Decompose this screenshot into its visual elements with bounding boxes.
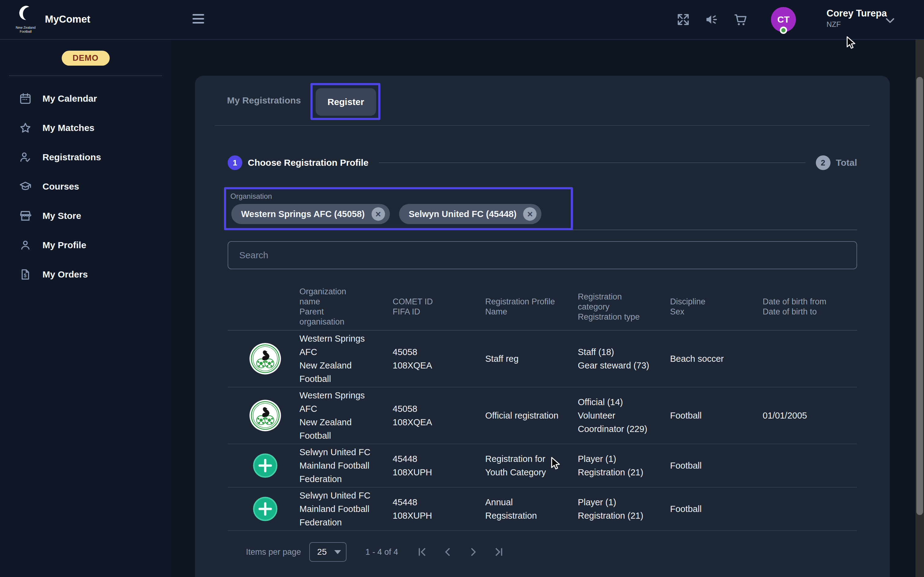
cell-discipline: Football <box>670 459 750 472</box>
club-crest-icon <box>228 399 287 432</box>
sidebar-item-label: My Orders <box>42 269 88 280</box>
sidebar-item-courses[interactable]: Courses <box>0 172 171 201</box>
main-content: My Registrations Register 1 Choose Regis… <box>171 40 924 577</box>
header-cell-ids: COMET IDFIFA ID <box>393 297 473 317</box>
sidebar-item-label: My Calendar <box>42 93 97 104</box>
club-crest-icon <box>228 342 287 375</box>
cell-discipline: Football <box>670 409 750 422</box>
next-page-button[interactable] <box>467 546 480 558</box>
table-header: Organization nameParent organisationCOME… <box>228 285 857 330</box>
search-input[interactable] <box>228 242 856 269</box>
tab-my-registrations[interactable]: My Registrations <box>215 95 313 106</box>
fullscreen-icon[interactable] <box>676 12 691 27</box>
person-icon <box>19 239 32 251</box>
sidebar: DEMO My CalendarMy MatchesRegistrationsC… <box>0 40 171 577</box>
cell-ids: 45058108XQEA <box>393 345 473 372</box>
top-bar: New ZealandFootball MyComet CT Corey Tur… <box>0 0 924 40</box>
search-box <box>228 241 857 269</box>
cell-category: Official (14)Volunteer Coordinator (229) <box>578 395 658 436</box>
step-2-circle: 2 <box>816 155 830 170</box>
calendar-icon <box>19 92 32 105</box>
organisation-field: Organisation Western Springs AFC (45058)… <box>228 187 857 230</box>
chevron-down-icon[interactable] <box>884 14 897 27</box>
sidebar-item-label: My Matches <box>42 123 94 133</box>
cell-dob: 01/01/2005 <box>762 409 857 422</box>
add-icon[interactable] <box>228 496 287 522</box>
table-row[interactable]: Selwyn United FCMainland Football Federa… <box>228 444 857 488</box>
sidebar-item-registrations[interactable]: Registrations <box>0 143 171 172</box>
avatar-initials: CT <box>777 15 790 25</box>
announcements-icon[interactable] <box>704 12 719 27</box>
header-cell-dob: Date of birth fromDate of birth to <box>762 297 857 317</box>
scrollbar-thumb[interactable] <box>916 77 923 515</box>
storefront-icon <box>19 210 32 222</box>
sidebar-divider <box>9 76 162 76</box>
cell-discipline: Beach soccer <box>670 352 750 366</box>
sidebar-item-my-orders[interactable]: $My Orders <box>0 260 171 289</box>
header-cell-discipline: DisciplineSex <box>670 297 750 317</box>
header-cell-profile: Registration Profile Name <box>485 297 565 317</box>
header-cell-category: Registration categoryRegistration type <box>578 292 658 322</box>
organisation-label: Organisation <box>230 192 272 201</box>
organisation-chips: Western Springs AFC (45058)×Selwyn Unite… <box>231 204 541 224</box>
user-organisation: NZF <box>827 20 841 29</box>
sidebar-item-my-store[interactable]: My Store <box>0 201 171 230</box>
cell-category: Staff (18)Gear steward (73) <box>578 345 658 372</box>
user-name[interactable]: Corey Turepa <box>827 8 887 19</box>
select-caret-icon <box>334 550 341 554</box>
items-per-page-select[interactable]: 25 <box>309 542 347 562</box>
sidebar-item-my-matches[interactable]: My Matches <box>0 113 171 143</box>
tab-register[interactable]: Register <box>316 88 376 116</box>
organisation-chip-western-springs-afc-45058[interactable]: Western Springs AFC (45058)× <box>231 204 390 224</box>
sidebar-item-label: Registrations <box>42 152 101 163</box>
registration-card: My Registrations Register 1 Choose Regis… <box>195 76 890 577</box>
scrollbar-track[interactable] <box>916 40 924 577</box>
remove-chip-button[interactable]: × <box>372 207 385 221</box>
table-row[interactable]: Western Springs AFCNew Zealand Football4… <box>228 387 857 444</box>
sidebar-item-label: Courses <box>42 181 79 192</box>
header-cell-org: Organization nameParent organisation <box>299 287 380 327</box>
add-icon[interactable] <box>228 453 287 479</box>
cell-profile: Annual Regsistration <box>485 495 565 522</box>
chip-label: Selwyn United FC (45448) <box>409 209 517 219</box>
cell-profile: Official registration <box>485 409 565 422</box>
cell-category: Player (1)Registration (21) <box>578 452 658 479</box>
cell-category: Player (1)Registration (21) <box>578 495 658 522</box>
sidebar-item-label: My Profile <box>42 240 86 250</box>
person-check-icon <box>19 151 32 164</box>
previous-page-button[interactable] <box>441 546 454 558</box>
remove-chip-button[interactable]: × <box>523 207 536 221</box>
chip-label: Western Springs AFC (45058) <box>241 209 365 219</box>
organisation-chip-selwyn-united-fc-45448[interactable]: Selwyn United FC (45448)× <box>399 204 542 224</box>
registration-profiles-table: Organization nameParent organisationCOME… <box>228 285 857 531</box>
cell-org: Selwyn United FCMainland Football Federa… <box>299 489 380 529</box>
step-choose-registration-profile[interactable]: 1 Choose Registration Profile <box>228 155 368 170</box>
pagination-range: 1 - 4 of 4 <box>365 547 398 557</box>
cell-org: Selwyn United FCMainland Football Federa… <box>299 445 380 486</box>
items-per-page-label: Items per page <box>246 547 301 557</box>
receipt-icon: $ <box>19 268 32 281</box>
stepper: 1 Choose Registration Profile 2 Total <box>228 153 857 172</box>
star-icon <box>19 121 32 134</box>
table-row[interactable]: Western Springs AFCNew Zealand Football4… <box>228 330 857 387</box>
sidebar-item-my-calendar[interactable]: My Calendar <box>0 84 171 113</box>
avatar[interactable]: CT <box>771 7 796 32</box>
cart-icon[interactable] <box>733 12 748 27</box>
cell-ids: 45448108XUPH <box>393 452 473 479</box>
table-row[interactable]: Selwyn United FCMainland Football Federa… <box>228 488 857 531</box>
step-total[interactable]: 2 Total <box>816 155 857 170</box>
sidebar-item-my-profile[interactable]: My Profile <box>0 230 171 260</box>
sidebar-item-label: My Store <box>42 211 81 221</box>
sidebar-nav: My CalendarMy MatchesRegistrationsCourse… <box>0 84 171 289</box>
brand-caption: New ZealandFootball <box>7 26 45 34</box>
cell-org: Western Springs AFCNew Zealand Football <box>299 388 380 442</box>
demo-badge: DEMO <box>62 51 110 66</box>
graduation-cap-icon <box>19 180 32 193</box>
first-page-button[interactable] <box>416 546 428 558</box>
stepper-connector <box>379 163 805 163</box>
last-page-button[interactable] <box>493 546 505 558</box>
step-1-circle: 1 <box>228 155 242 170</box>
svg-text:$: $ <box>24 273 27 278</box>
field-underline <box>228 230 857 230</box>
menu-toggle-button[interactable] <box>192 14 204 25</box>
